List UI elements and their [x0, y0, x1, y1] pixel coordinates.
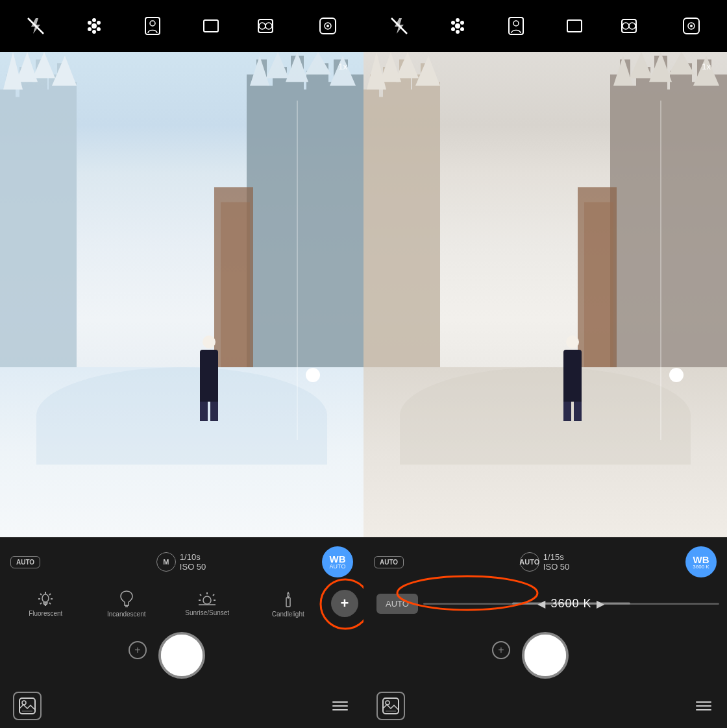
temp-control-row: AUTO ◀ 3600 K ▶	[364, 580, 727, 627]
candlelight-preset[interactable]: Candlelight	[248, 590, 329, 618]
aspect-ratio-icon[interactable]	[197, 12, 225, 40]
camera-info-left: AUTO M 1/10s ISO 50 WB AUTO	[0, 544, 364, 580]
portrait-icon-right[interactable]	[502, 12, 530, 40]
mode-circle-right[interactable]: AUTO	[520, 552, 539, 572]
svg-rect-111	[708, 75, 727, 367]
exposure-dot-right[interactable]	[669, 368, 684, 382]
person-right	[563, 350, 582, 402]
svg-line-58	[200, 594, 201, 596]
fluorescent-label: Fluorescent	[29, 610, 62, 617]
svg-point-5	[97, 27, 101, 31]
svg-point-67	[22, 701, 26, 705]
svg-marker-69	[395, 18, 404, 34]
camera-info-right: AUTO AUTO 1/15s ISO 50 WB 3600 K	[364, 544, 727, 580]
toolbar-left	[0, 0, 364, 52]
portrait-icon[interactable]	[138, 12, 167, 40]
zoom-indicator-left: 1x	[338, 62, 347, 71]
svg-rect-95	[428, 82, 440, 367]
macro-icon[interactable]	[80, 12, 108, 40]
left-panel: 1x AUTO M 1/	[0, 0, 364, 728]
svg-rect-63	[286, 598, 290, 607]
temp-value-display: 3600 K	[550, 597, 591, 611]
auto-temp-button[interactable]: AUTO	[376, 594, 418, 614]
candlelight-label: Candlelight	[272, 611, 304, 618]
shutter-row-left: +	[0, 627, 364, 686]
svg-point-72	[460, 21, 464, 25]
aspect-ratio-icon-right[interactable]	[560, 12, 589, 40]
bottom-controls-right: AUTO AUTO 1/15s ISO 50 WB 3600 K AUTO	[364, 537, 727, 728]
mode-badge-left: M 1/10s ISO 50	[156, 552, 206, 572]
incandescent-icon	[119, 590, 134, 608]
svg-rect-118	[584, 202, 613, 368]
video-icon-right[interactable]	[619, 12, 647, 40]
live-photo-icon[interactable]	[314, 12, 342, 40]
svg-point-13	[259, 23, 265, 29]
bottom-bar-left	[0, 686, 364, 728]
svg-point-73	[460, 27, 464, 31]
svg-point-76	[451, 21, 455, 25]
svg-marker-99	[415, 56, 440, 86]
focus-line-right	[660, 101, 661, 441]
svg-rect-27	[65, 82, 77, 367]
svg-marker-31	[52, 56, 77, 86]
mode-circle-left[interactable]: M	[156, 552, 176, 572]
auto-badge-right[interactable]: AUTO	[374, 556, 404, 568]
svg-point-6	[92, 30, 96, 34]
incandescent-label: Incandescent	[107, 611, 146, 618]
wb-add-button[interactable]: +	[331, 590, 358, 617]
menu-button-left[interactable]	[330, 699, 351, 713]
temp-increase-arrow[interactable]: ▶	[597, 598, 604, 610]
viewfinder-right[interactable]: 1x	[364, 52, 727, 537]
macro-icon-right[interactable]	[443, 12, 472, 40]
gallery-icon-right	[382, 697, 400, 715]
shutter-add-button-right[interactable]: +	[492, 641, 510, 659]
svg-point-3	[92, 18, 96, 22]
sunrise-label: Sunrise/Sunset	[185, 609, 229, 616]
svg-point-14	[265, 23, 272, 29]
shutter-button-right[interactable]	[522, 632, 569, 679]
svg-point-2	[92, 23, 97, 29]
exposure-dot-left[interactable]	[306, 368, 320, 382]
svg-point-51	[42, 594, 49, 602]
wb-button-right[interactable]: WB 3600 K	[685, 546, 717, 577]
video-icon[interactable]	[255, 12, 284, 40]
right-panel: 1x AUTO AUTO	[364, 0, 727, 728]
menu-button-right[interactable]	[693, 699, 714, 713]
svg-marker-1	[31, 18, 40, 34]
mode-badge-right: AUTO 1/15s ISO 50	[520, 552, 569, 572]
focus-line-left	[297, 101, 298, 441]
svg-rect-11	[204, 20, 218, 32]
temp-decrease-arrow[interactable]: ◀	[537, 598, 545, 610]
viewfinder-left[interactable]: 1x	[0, 52, 364, 537]
wb-button-left[interactable]: WB AUTO	[322, 546, 353, 577]
svg-point-4	[97, 21, 101, 25]
svg-point-8	[88, 21, 92, 25]
svg-rect-50	[221, 202, 250, 368]
svg-point-85	[690, 25, 693, 27]
live-photo-icon-right[interactable]	[677, 12, 706, 40]
svg-point-82	[629, 23, 635, 29]
flash-off-icon-right[interactable]	[385, 12, 413, 40]
svg-marker-113	[630, 52, 652, 79]
svg-point-78	[513, 21, 519, 26]
svg-marker-115	[669, 52, 695, 75]
shutter-add-button-left[interactable]: +	[129, 641, 147, 659]
svg-point-75	[451, 27, 455, 31]
svg-rect-79	[567, 20, 582, 32]
incandescent-preset[interactable]: Incandescent	[86, 590, 167, 618]
svg-point-121	[386, 701, 389, 705]
wb-presets-left: Fluorescent Incandescent	[0, 580, 364, 627]
auto-badge-left[interactable]: AUTO	[10, 556, 40, 568]
sunrise-preset[interactable]: Sunrise/Sunset	[167, 591, 248, 616]
svg-point-56	[203, 596, 211, 604]
fluorescent-preset[interactable]: Fluorescent	[5, 590, 86, 617]
svg-point-7	[88, 27, 92, 31]
svg-point-71	[456, 18, 460, 22]
svg-point-70	[455, 23, 460, 29]
gallery-button-left[interactable]	[13, 692, 42, 720]
svg-rect-109	[688, 82, 698, 367]
gallery-button-right[interactable]	[376, 692, 405, 720]
flash-off-icon[interactable]	[21, 12, 50, 40]
svg-marker-46	[286, 52, 308, 82]
shutter-button-left[interactable]	[158, 632, 205, 679]
